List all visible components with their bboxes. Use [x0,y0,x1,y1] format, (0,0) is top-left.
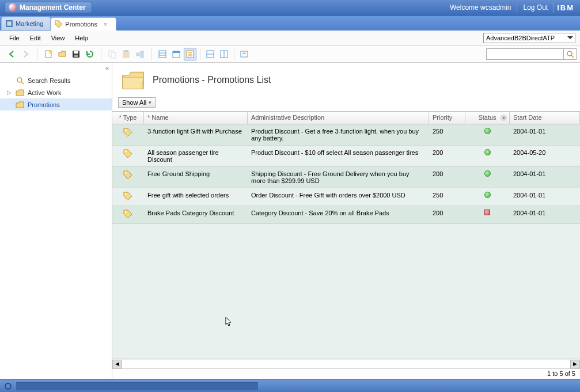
tag-icon [123,210,132,219]
separator [200,48,200,60]
table-row[interactable]: Free gift with selected orders Order Dis… [112,188,580,206]
column-header-description[interactable]: Administrative Description [248,112,429,124]
status-progress-area [16,382,258,390]
folder-open-icon [58,50,67,59]
expand-toggle[interactable]: ▷ [7,89,12,96]
cell-desc: Order Discount - Free Gift with orders o… [248,188,429,205]
folder-large-icon [120,68,146,92]
separator [151,48,151,60]
cell-name: 3-function light Gift with Purchase [144,124,248,145]
view1-button[interactable] [156,48,169,60]
sidebar-item-search-results[interactable]: Search Results [0,74,112,86]
menu-edit[interactable]: Edit [25,32,46,44]
copy-button[interactable] [106,48,119,60]
column-header-start-date[interactable]: Start Date [510,112,580,124]
grid-footer: 1 to 5 of 5 [112,368,580,379]
column-header-type[interactable]: * Type [112,112,144,124]
show-all-filter[interactable]: Show All [118,97,156,108]
tab-marketing[interactable]: Marketing [1,17,51,30]
menu-help[interactable]: Help [70,32,93,44]
tag-icon [123,170,132,180]
search-button[interactable] [564,48,577,60]
app-title-text: Management Center [20,3,86,12]
separator [37,48,37,60]
view2-button[interactable] [170,48,183,60]
sidebar-item-promotions[interactable]: Promotions [0,98,112,111]
svg-point-32 [17,78,22,82]
close-icon[interactable]: × [102,21,109,28]
view3-button[interactable] [184,48,196,60]
svg-point-5 [49,50,52,54]
cell-start: 2004-05-20 [510,146,564,166]
search-icon [566,50,574,58]
horizontal-scrollbar[interactable]: ◀ ▶ [112,359,580,368]
promotions-tag-icon [55,20,63,28]
layout1-icon [206,50,215,59]
sidebar-item-active-work[interactable]: ▷ Active Work [0,86,112,98]
cell-desc: Shipping Discount - Free Ground Delivery… [248,167,429,188]
split-h-button[interactable] [204,48,217,60]
table-row[interactable]: All season passenger tire Discount Produ… [112,146,580,167]
store-selector[interactable]: AdvancedB2BDirectATP [483,33,575,43]
open-button[interactable] [56,48,69,60]
status-active-icon [484,128,491,134]
column-header-status[interactable]: Status▾ [465,112,510,124]
svg-point-44 [5,383,11,389]
refresh-button[interactable] [84,48,96,60]
search-input[interactable] [486,48,564,60]
status-active-icon [484,170,491,177]
svg-point-30 [567,51,572,56]
status-indicator [2,381,14,391]
cell-priority: 250 [429,188,465,205]
svg-point-37 [125,151,127,153]
collapse-panel-button[interactable]: « [104,64,111,72]
svg-rect-15 [141,55,143,58]
marketing-icon [5,20,13,28]
svg-rect-13 [137,53,139,56]
table-row[interactable]: Free Ground Shipping Shipping Discount -… [112,167,580,188]
cell-desc: Product Discount - $10 off select All se… [248,146,429,166]
svg-point-43 [125,211,127,213]
copy-icon [108,50,117,59]
tabbar: Marketing Promotions × [0,16,580,31]
new-button[interactable] [42,48,55,60]
tab-promotions[interactable]: Promotions × [51,17,116,31]
scroll-left-button[interactable]: ◀ [112,360,122,368]
folder-open-icon [16,88,24,97]
properties-icon [185,50,195,59]
save-button[interactable] [70,48,82,60]
cell-priority: 250 [429,124,465,145]
back-button[interactable] [6,48,18,60]
page-title: Promotions - Promotions List [153,75,271,85]
tab-marketing-label: Marketing [16,20,43,27]
table-row[interactable]: 3-function light Gift with Purchase Prod… [112,124,580,146]
logout-link[interactable]: Log Out [520,3,551,12]
folder-icon [16,100,24,109]
table-row[interactable]: Brake Pads Category Discount Category Di… [112,206,580,224]
delete-button[interactable] [134,48,146,60]
scroll-track[interactable] [122,360,570,368]
sort-indicator-icon: ▾ [501,115,507,121]
sidebar-item-label: Search Results [28,77,71,84]
sidebar-panel: « Search Results ▷ Active Work Promotion… [0,63,112,379]
split-v-button[interactable] [218,48,230,60]
scroll-right-button[interactable]: ▶ [570,360,580,368]
menu-file[interactable]: File [5,32,24,44]
forward-button[interactable] [20,48,32,60]
svg-rect-1 [7,22,12,26]
svg-rect-12 [124,50,128,52]
grid-header-row: * Type * Name Administrative Description… [112,112,580,124]
column-header-name[interactable]: * Name [144,112,248,124]
column-header-priority[interactable]: Priority [429,112,465,124]
paste-button[interactable] [120,48,132,60]
svg-point-41 [125,193,127,195]
sidebar-item-label: Active Work [28,89,61,96]
tag-icon [123,192,132,201]
welcome-user-link[interactable]: Welcome wcsadmin [447,3,514,12]
svg-rect-20 [173,51,180,53]
menu-view[interactable]: View [47,32,70,44]
svg-point-39 [125,172,127,174]
magic-button[interactable] [238,48,251,60]
new-doc-icon [44,50,53,59]
calendar-icon [172,50,181,59]
